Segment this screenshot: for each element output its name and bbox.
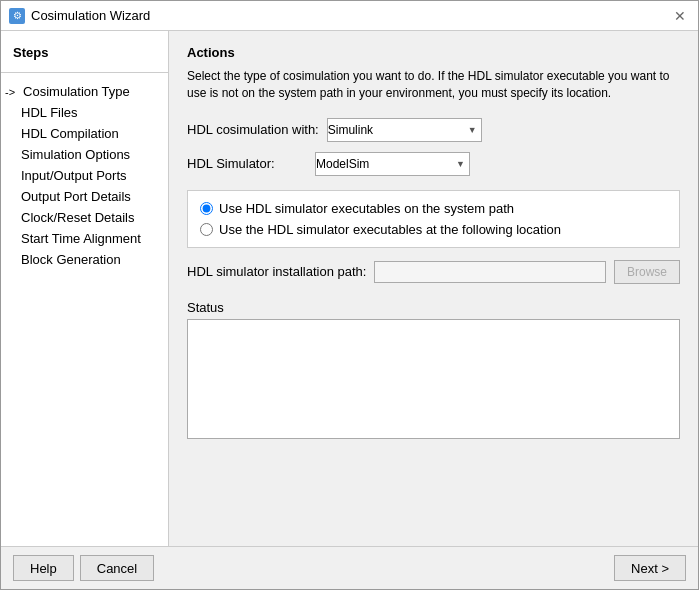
radio-custom-path[interactable] (200, 223, 213, 236)
sidebar-item-clock-reset-details[interactable]: Clock/Reset Details (1, 207, 168, 228)
path-row: HDL simulator installation path: Browse (187, 260, 680, 284)
radio-system-path-label[interactable]: Use HDL simulator executables on the sys… (219, 201, 514, 216)
sidebar-item-start-time-alignment[interactable]: Start Time Alignment (1, 228, 168, 249)
radio-row-custom-path: Use the HDL simulator executables at the… (200, 222, 667, 237)
sidebar-item-output-port-details[interactable]: Output Port Details (1, 186, 168, 207)
sidebar-item-label: Cosimulation Type (23, 84, 130, 99)
path-label: HDL simulator installation path: (187, 264, 366, 279)
sidebar-item-label: Clock/Reset Details (21, 210, 134, 225)
sidebar-item-label: Start Time Alignment (21, 231, 141, 246)
hdl-simulator-label: HDL Simulator: (187, 156, 307, 171)
sidebar-item-hdl-compilation[interactable]: HDL Compilation (1, 123, 168, 144)
titlebar-left: ⚙ Cosimulation Wizard (9, 8, 150, 24)
hdl-cosim-select-wrapper: Simulink (327, 118, 482, 142)
arrow-icon: -> (5, 86, 15, 98)
hdl-simulator-select[interactable]: ModelSim Riviera-PRO Incisive (315, 152, 470, 176)
next-button[interactable]: Next > (614, 555, 686, 581)
sidebar-item-label: Input/Output Ports (21, 168, 127, 183)
main-panel: Actions Select the type of cosimulation … (169, 31, 698, 546)
radio-group: Use HDL simulator executables on the sys… (187, 190, 680, 248)
sidebar-item-label: HDL Compilation (21, 126, 119, 141)
hdl-cosim-select[interactable]: Simulink (327, 118, 482, 142)
hdl-cosim-row: HDL cosimulation with: Simulink (187, 118, 680, 142)
close-button[interactable]: ✕ (670, 6, 690, 26)
actions-header: Actions (187, 45, 680, 60)
actions-description: Select the type of cosimulation you want… (187, 68, 680, 102)
radio-custom-path-label[interactable]: Use the HDL simulator executables at the… (219, 222, 561, 237)
sidebar-item-label: Output Port Details (21, 189, 131, 204)
status-label: Status (187, 300, 680, 315)
hdl-simulator-row: HDL Simulator: ModelSim Riviera-PRO Inci… (187, 152, 680, 176)
sidebar: Steps -> Cosimulation Type HDL Files HDL… (1, 31, 169, 546)
cosimulation-wizard-window: ⚙ Cosimulation Wizard ✕ Steps -> Cosimul… (0, 0, 699, 590)
help-button[interactable]: Help (13, 555, 74, 581)
sidebar-header: Steps (1, 41, 168, 68)
status-box (187, 319, 680, 439)
sidebar-item-simulation-options[interactable]: Simulation Options (1, 144, 168, 165)
sidebar-item-hdl-files[interactable]: HDL Files (1, 102, 168, 123)
footer: Help Cancel Next > (1, 546, 698, 589)
sidebar-item-cosimulation-type[interactable]: -> Cosimulation Type (1, 81, 168, 102)
sidebar-item-label: Block Generation (21, 252, 121, 267)
sidebar-item-label: Simulation Options (21, 147, 130, 162)
sidebar-item-input-output-ports[interactable]: Input/Output Ports (1, 165, 168, 186)
window-title: Cosimulation Wizard (31, 8, 150, 23)
app-icon: ⚙ (9, 8, 25, 24)
titlebar: ⚙ Cosimulation Wizard ✕ (1, 1, 698, 31)
sidebar-divider (1, 72, 168, 73)
path-input[interactable] (374, 261, 606, 283)
status-section: Status (187, 300, 680, 532)
hdl-simulator-select-wrapper: ModelSim Riviera-PRO Incisive (315, 152, 470, 176)
radio-row-system-path: Use HDL simulator executables on the sys… (200, 201, 667, 216)
sidebar-item-block-generation[interactable]: Block Generation (1, 249, 168, 270)
sidebar-item-label: HDL Files (21, 105, 78, 120)
cancel-button[interactable]: Cancel (80, 555, 154, 581)
radio-system-path[interactable] (200, 202, 213, 215)
hdl-cosim-label: HDL cosimulation with: (187, 122, 319, 137)
footer-left-buttons: Help Cancel (13, 555, 154, 581)
browse-button[interactable]: Browse (614, 260, 680, 284)
main-content: Steps -> Cosimulation Type HDL Files HDL… (1, 31, 698, 546)
